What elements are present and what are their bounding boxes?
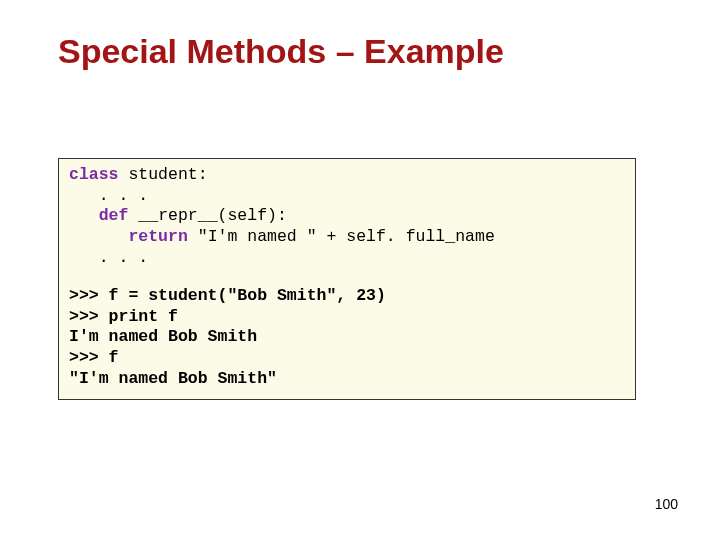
keyword-class: class [69, 165, 119, 184]
slide: Special Methods – Example class student:… [0, 0, 720, 540]
code-text: __repr__(self): [128, 206, 286, 225]
keyword-def: def [69, 206, 128, 225]
code-definition: class student: . . . def __repr__(self):… [69, 165, 625, 268]
session-line: "I'm named Bob Smith" [69, 369, 277, 388]
session-line: I'm named Bob Smith [69, 327, 257, 346]
code-session: >>> f = student("Bob Smith", 23) >>> pri… [69, 286, 625, 389]
session-line: >>> print f [69, 307, 178, 326]
slide-title: Special Methods – Example [58, 32, 504, 71]
code-text: "I'm named " + self. full_name [188, 227, 495, 246]
code-text: . . . [69, 186, 148, 205]
code-example-box: class student: . . . def __repr__(self):… [58, 158, 636, 400]
session-line: >>> f [69, 348, 119, 367]
code-text: student: [119, 165, 208, 184]
session-line: >>> f = student("Bob Smith", 23) [69, 286, 386, 305]
page-number: 100 [655, 496, 678, 512]
keyword-return: return [69, 227, 188, 246]
code-text: . . . [69, 248, 148, 267]
